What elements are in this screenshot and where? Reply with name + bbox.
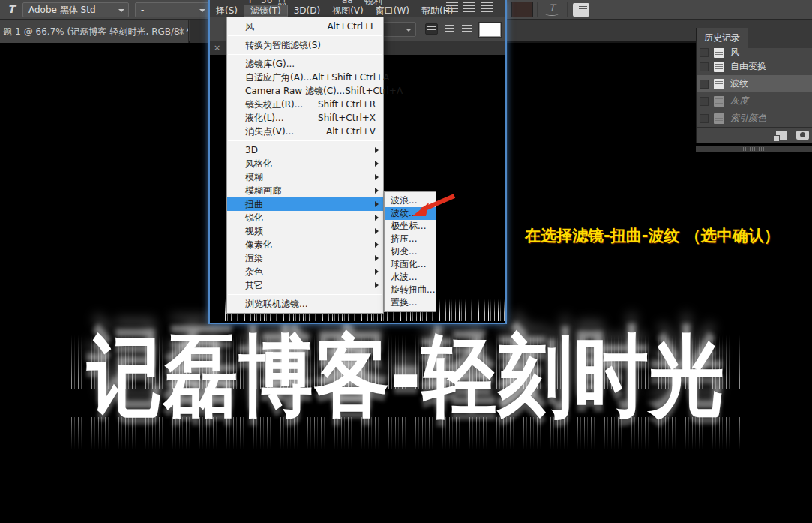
align-right-button[interactable] bbox=[460, 23, 473, 35]
filter-menu-item[interactable]: Camera Raw 滤镜(C)...Shift+Ctrl+A bbox=[227, 84, 383, 98]
close-icon[interactable]: × bbox=[175, 20, 187, 43]
menu-item-label: 球面化... bbox=[391, 258, 433, 271]
filter-menu-item[interactable]: 模糊画廊 bbox=[227, 184, 383, 197]
history-row[interactable]: 灰度 bbox=[697, 92, 812, 110]
history-source-checkbox[interactable] bbox=[700, 97, 709, 106]
font-style-select[interactable]: - bbox=[135, 2, 210, 17]
filter-menu-dropdown: 风Alt+Ctrl+F转换为智能滤镜(S)滤镜库(G)...自适应广角(A)..… bbox=[226, 17, 384, 314]
history-state-icon bbox=[714, 48, 724, 58]
history-source-checkbox[interactable] bbox=[700, 48, 709, 57]
history-row[interactable]: 索引颜色 bbox=[697, 110, 812, 127]
align-center-button[interactable] bbox=[443, 23, 456, 35]
history-row-content: 索引颜色 bbox=[700, 110, 812, 127]
filter-menu-item[interactable]: 3D bbox=[227, 143, 383, 157]
filter-menu-item[interactable]: 自适应广角(A)...Alt+Shift+Ctrl+A bbox=[227, 71, 383, 84]
chevron-down-icon bbox=[199, 9, 205, 12]
history-row[interactable]: 波纹 bbox=[697, 75, 812, 92]
filter-menu-item[interactable]: 滤镜库(G)... bbox=[227, 57, 383, 71]
menu-item-label: 风 bbox=[245, 20, 327, 33]
close-icon[interactable]: × bbox=[214, 43, 220, 53]
history-list: 风自由变换波纹灰度索引颜色 bbox=[697, 48, 812, 127]
tutorial-annotation: 在选择滤镜-扭曲-波纹 （选中确认） bbox=[525, 225, 802, 246]
new-document-from-state-icon[interactable] bbox=[776, 131, 787, 140]
font-style-value: - bbox=[141, 5, 144, 15]
filter-menu-item[interactable]: 锐化 bbox=[227, 211, 383, 224]
menubar-item[interactable]: 3D(D) bbox=[288, 5, 326, 17]
history-row[interactable]: 自由变换 bbox=[697, 58, 812, 75]
filter-menu-item[interactable]: 消失点(V)...Alt+Ctrl+V bbox=[227, 125, 383, 138]
menubar-item[interactable]: 择(S) bbox=[210, 5, 244, 17]
align-right-icon[interactable] bbox=[481, 2, 493, 12]
history-source-checkbox[interactable] bbox=[700, 62, 709, 71]
menu-item-label: 风格化 bbox=[245, 157, 376, 170]
distort-submenu-item[interactable]: 置换... bbox=[385, 296, 436, 309]
submenu-arrow-icon bbox=[375, 161, 379, 167]
menu-item-label: 渲染 bbox=[245, 251, 376, 265]
type-tool-icon[interactable]: T bbox=[2, 2, 20, 17]
filter-menu-item[interactable]: 视频 bbox=[227, 224, 383, 238]
menu-item-shortcut: Alt+Ctrl+F bbox=[327, 20, 376, 33]
submenu-arrow-icon bbox=[375, 282, 379, 288]
filter-menu-item[interactable]: 其它 bbox=[227, 278, 383, 292]
filter-menu-item[interactable]: 风Alt+Ctrl+F bbox=[227, 20, 383, 33]
canvas-flame-title: 记磊博客-轻刻时光 bbox=[30, 318, 782, 437]
filter-menu-item[interactable]: 转换为智能滤镜(S) bbox=[227, 38, 383, 52]
font-family-select[interactable]: Adobe 黑体 Std bbox=[22, 2, 129, 17]
history-row-content: 灰度 bbox=[700, 92, 812, 110]
menu-item-label: 挤压... bbox=[391, 233, 433, 245]
filter-menu-item[interactable]: 扭曲 bbox=[227, 197, 383, 211]
text-color-swatch[interactable] bbox=[511, 2, 533, 17]
align-left-button[interactable] bbox=[425, 23, 438, 35]
menu-item-label: 视频 bbox=[245, 224, 376, 238]
filter-menu-item[interactable]: 液化(L)...Shift+Ctrl+X bbox=[227, 111, 383, 125]
warp-text-icon[interactable]: T bbox=[541, 2, 562, 17]
history-state-icon bbox=[714, 96, 724, 107]
filter-menu-item[interactable]: 像素化 bbox=[227, 238, 383, 251]
align-left-icon[interactable] bbox=[446, 2, 458, 12]
chevron-down-icon bbox=[118, 9, 124, 12]
menubar-item[interactable]: 视图(V) bbox=[326, 5, 370, 17]
panel-grip[interactable] bbox=[696, 144, 812, 152]
menu-item-label: 像素化 bbox=[245, 238, 376, 251]
menu-item-shortcut: Alt+Shift+Ctrl+A bbox=[312, 71, 389, 84]
history-panel-header: 历史记录 bbox=[697, 28, 812, 48]
menu-separator bbox=[228, 294, 382, 295]
menu-separator bbox=[228, 140, 382, 141]
distort-submenu-item[interactable]: 切变... bbox=[385, 245, 436, 258]
history-panel: 历史记录 风自由变换波纹灰度索引颜色 bbox=[696, 28, 812, 143]
distort-submenu-item[interactable]: 球面化... bbox=[385, 258, 436, 271]
distort-submenu-item[interactable]: 挤压... bbox=[385, 233, 436, 245]
filter-menu-item[interactable]: 风格化 bbox=[227, 157, 383, 170]
text-color-swatch-white[interactable] bbox=[479, 23, 501, 37]
history-state-icon bbox=[714, 79, 724, 89]
distort-submenu-item[interactable]: 旋转扭曲... bbox=[385, 284, 436, 296]
tab-history[interactable]: 历史记录 bbox=[697, 28, 748, 48]
menu-item-label: 滤镜库(G)... bbox=[245, 57, 376, 71]
submenu-arrow-icon bbox=[375, 242, 379, 248]
submenu-arrow-icon bbox=[375, 255, 379, 261]
chevron-down-icon bbox=[406, 29, 412, 32]
history-row[interactable]: 风 bbox=[697, 48, 812, 58]
align-center-icon[interactable] bbox=[463, 2, 475, 12]
filter-menu-item[interactable]: 杂色 bbox=[227, 265, 383, 278]
red-arrow-annotation bbox=[411, 194, 457, 222]
anti-alias-select[interactable] bbox=[380, 22, 416, 37]
history-source-checkbox[interactable] bbox=[700, 114, 709, 123]
tab-bar-filler bbox=[190, 20, 209, 43]
new-snapshot-icon[interactable] bbox=[796, 131, 809, 140]
toggle-panels-icon[interactable] bbox=[573, 3, 589, 17]
history-row-content: 波纹 bbox=[700, 75, 812, 92]
distort-submenu-item[interactable]: 水波... bbox=[385, 271, 436, 284]
filter-menu-item[interactable]: 浏览联机滤镜... bbox=[227, 297, 383, 311]
document-tab[interactable]: 题-1 @ 66.7% (记磊博客-轻刻时光, RGB/8) * bbox=[0, 20, 189, 43]
menubar-item[interactable]: 窗口(W) bbox=[370, 5, 415, 17]
filter-menu-item[interactable]: 模糊 bbox=[227, 170, 383, 184]
history-state-label: 自由变换 bbox=[730, 60, 766, 73]
filter-menu-item[interactable]: 渲染 bbox=[227, 251, 383, 265]
menu-separator bbox=[228, 35, 382, 36]
menu-item-shortcut: Shift+Ctrl+A bbox=[345, 84, 403, 98]
history-source-checkbox[interactable] bbox=[700, 80, 709, 89]
filter-menu-item[interactable]: 镜头校正(R)...Shift+Ctrl+R bbox=[227, 98, 383, 111]
history-state-icon bbox=[714, 113, 724, 124]
menubar-item[interactable]: 滤镜(T) bbox=[244, 5, 288, 17]
